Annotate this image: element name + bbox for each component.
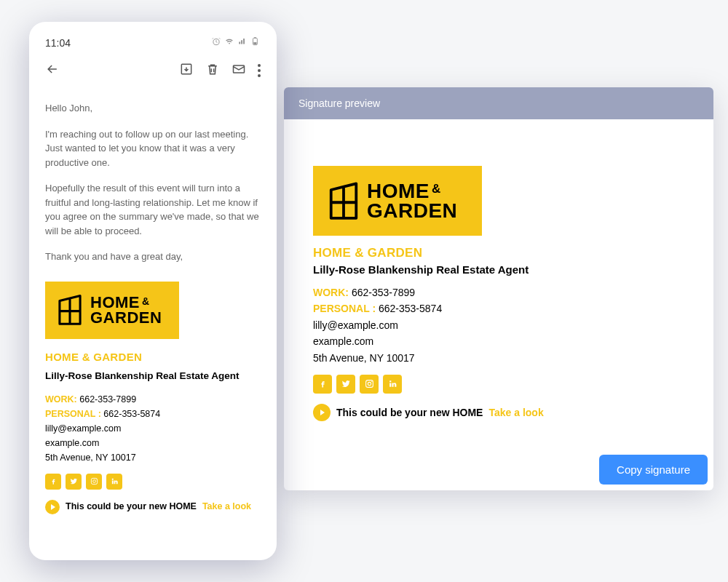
email-action-bar bbox=[45, 62, 261, 79]
company-logo: HOME& GARDEN bbox=[313, 166, 482, 236]
wifi-icon bbox=[224, 36, 234, 49]
personal-phone: 662-353-5874 bbox=[103, 409, 160, 419]
signature-block: HOME& GARDEN HOME & GARDEN Lilly-Rose Bl… bbox=[313, 166, 684, 421]
linkedin-icon[interactable] bbox=[106, 474, 122, 490]
personal-phone: 662-353-5874 bbox=[379, 303, 442, 314]
signature-website: example.com bbox=[45, 436, 261, 450]
play-icon[interactable] bbox=[313, 404, 331, 421]
signature-address: 5th Avenue, NY 10017 bbox=[45, 450, 261, 465]
work-label: WORK: bbox=[45, 394, 77, 404]
signature-address: 5th Avenue, NY 10017 bbox=[313, 350, 684, 366]
signature-company: HOME & GARDEN bbox=[313, 246, 684, 260]
alarm-icon bbox=[211, 36, 221, 49]
signature-email: lilly@example.com bbox=[313, 317, 684, 333]
social-row bbox=[45, 474, 261, 490]
more-icon[interactable] bbox=[258, 64, 261, 77]
signature-website: example.com bbox=[313, 333, 684, 349]
back-button[interactable] bbox=[45, 62, 60, 79]
cta-row: This could be your new HOME Take a look bbox=[45, 500, 261, 514]
email-para2: Hopefully the result of this event will … bbox=[45, 181, 261, 238]
status-bar: 11:04 bbox=[45, 36, 261, 49]
facebook-icon[interactable] bbox=[313, 375, 332, 394]
svg-rect-5 bbox=[254, 37, 256, 38]
cta-link[interactable]: Take a look bbox=[488, 407, 543, 418]
work-label: WORK: bbox=[313, 287, 349, 298]
email-para1: I'm reaching out to follow up on our las… bbox=[45, 127, 261, 170]
window-icon bbox=[57, 293, 83, 330]
copy-signature-button[interactable]: Copy signature bbox=[599, 455, 708, 485]
svg-rect-0 bbox=[365, 380, 373, 388]
panel-header: Signature preview bbox=[284, 87, 713, 119]
email-body: Hello John, I'm reaching out to follow u… bbox=[45, 101, 261, 514]
email-greeting: Hello John, bbox=[45, 101, 261, 116]
work-phone: 662-353-7899 bbox=[352, 287, 415, 298]
play-icon[interactable] bbox=[45, 500, 60, 514]
signature-name: Lilly-Rose Blankenship Real Estate Agent bbox=[45, 369, 261, 383]
signature-name: Lilly-Rose Blankenship Real Estate Agent bbox=[313, 263, 684, 276]
window-icon bbox=[328, 180, 360, 223]
svg-rect-9 bbox=[91, 479, 97, 485]
work-phone: 662-353-7899 bbox=[79, 394, 136, 404]
svg-point-11 bbox=[95, 479, 96, 480]
panel-body: HOME& GARDEN HOME & GARDEN Lilly-Rose Bl… bbox=[284, 119, 713, 443]
status-time: 11:04 bbox=[45, 37, 71, 49]
linkedin-icon[interactable] bbox=[383, 375, 402, 394]
signature-preview-panel: Signature preview HOME& GARDEN HOME & GA… bbox=[284, 87, 713, 490]
signature-block-mobile: HOME& GARDEN HOME & GARDEN Lilly-Rose Bl… bbox=[45, 282, 261, 514]
cta-row: This could be your new HOME Take a look bbox=[313, 404, 684, 421]
twitter-icon[interactable] bbox=[66, 474, 82, 490]
instagram-icon[interactable] bbox=[360, 375, 379, 394]
battery-icon bbox=[250, 36, 261, 49]
svg-point-10 bbox=[92, 480, 95, 483]
cta-link[interactable]: Take a look bbox=[202, 500, 251, 514]
svg-point-2 bbox=[371, 381, 371, 382]
archive-icon[interactable] bbox=[179, 62, 194, 79]
trash-icon[interactable] bbox=[205, 62, 220, 79]
social-row bbox=[313, 375, 684, 394]
signature-email: lilly@example.com bbox=[45, 421, 261, 436]
twitter-icon[interactable] bbox=[336, 375, 355, 394]
phone-mockup: 11:04 Hello John, I'm reaching out to fo… bbox=[29, 22, 277, 560]
signature-company: HOME & GARDEN bbox=[45, 349, 261, 366]
signal-icon bbox=[237, 36, 248, 49]
svg-rect-6 bbox=[253, 42, 256, 44]
instagram-icon[interactable] bbox=[86, 474, 102, 490]
facebook-icon[interactable] bbox=[45, 474, 61, 490]
cta-text: This could be your new HOME bbox=[66, 500, 197, 514]
email-para3: Thank you and have a great day, bbox=[45, 250, 261, 264]
cta-text: This could be your new HOME bbox=[336, 407, 483, 418]
personal-label: PERSONAL : bbox=[313, 303, 376, 314]
personal-label: PERSONAL : bbox=[45, 409, 101, 419]
svg-point-1 bbox=[368, 383, 371, 386]
company-logo: HOME& GARDEN bbox=[45, 282, 179, 340]
mail-icon[interactable] bbox=[232, 62, 246, 79]
